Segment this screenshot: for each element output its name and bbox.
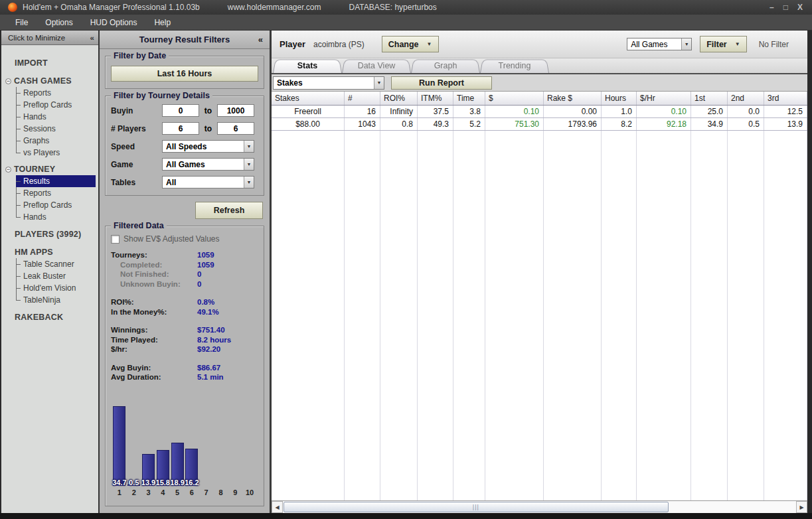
filter-panel-title: Tourney Result Filters	[139, 35, 230, 44]
cell-dollars-per-hour: 92.18	[637, 118, 691, 130]
sidebar-item-tourney-hands[interactable]: Hands	[16, 211, 96, 223]
tables-select[interactable]: All ▼	[162, 176, 254, 188]
chart-tick-label: 3	[141, 486, 156, 496]
col-header-count[interactable]: #	[345, 92, 380, 105]
stat-value: 1059	[197, 260, 258, 270]
menu-hud-options[interactable]: HUD Options	[82, 15, 146, 30]
chart-tick-label: 5	[170, 486, 185, 496]
results-table: Stakes # ROI% ITM% Time $ Rake $ Hours $…	[272, 92, 807, 500]
sidebar-item-holdem-vision[interactable]: Hold'em Vision	[16, 282, 96, 294]
stat-label: Completed:	[111, 260, 162, 270]
speed-label: Speed	[111, 142, 162, 151]
sidebar-item-cash-hands[interactable]: Hands	[16, 111, 96, 123]
date-range-button[interactable]: Last 16 Hours	[111, 66, 258, 82]
stat-label: Unknown Buyin:	[111, 279, 181, 289]
tab-graph[interactable]: Graph	[411, 58, 480, 73]
sidebar-item-hm-apps[interactable]: HM APPS	[1, 246, 98, 258]
sidebar-item-cash-graphs[interactable]: Graphs	[16, 135, 96, 147]
col-header-time[interactable]: Time	[453, 92, 485, 105]
menu-help[interactable]: Help	[145, 15, 179, 30]
chevron-down-icon[interactable]: ▼	[374, 77, 384, 89]
run-report-button[interactable]: Run Report	[391, 76, 492, 90]
menu-file[interactable]: File	[7, 15, 37, 30]
chart-tick-label: 4	[155, 486, 170, 496]
table-row[interactable]: $88.00 1043 0.8 49.3 5.2 751.30 1793.96 …	[272, 118, 807, 131]
refresh-button[interactable]: Refresh	[195, 202, 263, 219]
sidebar-item-tourney-results[interactable]: Results	[16, 175, 96, 187]
website-text: www.holdemmanager.com	[228, 3, 321, 12]
tab-data-view[interactable]: Data View	[342, 58, 411, 73]
maximize-button[interactable]: □	[783, 3, 788, 11]
sidebar-item-table-scanner[interactable]: Table Scanner	[16, 258, 96, 270]
sidebar-item-players[interactable]: PLAYERS (3992)	[1, 227, 98, 242]
collapse-panel-icon[interactable]: «	[258, 35, 263, 44]
sidebar-item-tourney-reports[interactable]: Reports	[16, 187, 96, 199]
scrollbar-thumb[interactable]: |||	[284, 502, 669, 512]
database-text: DATABASE: hyperturbos	[349, 3, 437, 12]
speed-select[interactable]: All Speeds ▼	[162, 140, 254, 153]
sidebar-item-rakeback[interactable]: RAKEBACK	[1, 310, 98, 325]
col-header-3rd[interactable]: 3rd	[764, 92, 807, 105]
col-header-stakes[interactable]: Stakes	[272, 92, 345, 105]
chart-tick-label: 8	[214, 486, 228, 496]
report-toolbar: Stakes ▼ Run Report	[272, 74, 807, 92]
tab-stats[interactable]: Stats	[273, 58, 342, 73]
filtered-data-group: Filtered Data Show EV$ Adjusted Values T…	[105, 226, 264, 506]
chevron-down-icon[interactable]: ▼	[244, 141, 254, 152]
scroll-right-arrow-icon[interactable]: ▶	[796, 501, 807, 513]
col-header-2nd[interactable]: 2nd	[728, 92, 764, 105]
sidebar-minimize-button[interactable]: Click to Minimize «	[1, 31, 98, 45]
sidebar-item-cash-games[interactable]: − CASH GAMES	[1, 74, 98, 87]
horizontal-scrollbar[interactable]: ◀ ||| ▶	[272, 500, 807, 513]
cell-stakes: $88.00	[272, 118, 345, 130]
game-select[interactable]: All Games ▼	[162, 158, 254, 171]
buyin-from-input[interactable]	[162, 104, 199, 117]
stat-label: ROI%:	[111, 297, 134, 307]
menu-options[interactable]: Options	[37, 15, 81, 30]
sidebar-item-tableninja[interactable]: TableNinja	[16, 294, 96, 306]
sidebar-item-import[interactable]: IMPORT	[1, 56, 98, 70]
scrollbar-grip-icon: |||	[473, 504, 479, 510]
col-header-roi[interactable]: ROI%	[380, 92, 418, 105]
buyin-to-input[interactable]	[217, 104, 254, 117]
chevron-down-icon[interactable]: ▼	[681, 38, 691, 50]
games-filter-select[interactable]: All Games ▼	[627, 38, 692, 50]
col-header-hours[interactable]: Hours	[602, 92, 637, 105]
players-from-input[interactable]	[162, 122, 199, 135]
chevron-down-icon[interactable]: ▼	[244, 159, 254, 170]
col-header-1st[interactable]: 1st	[691, 92, 728, 105]
chart-tick-label: 2	[127, 486, 141, 496]
sidebar-item-tourney[interactable]: − TOURNEY	[1, 163, 98, 175]
col-header-rake[interactable]: Rake $	[544, 92, 602, 105]
players-label: # Players	[111, 124, 162, 133]
table-row[interactable]: Freeroll 16 Infinity 37.5 3.8 0.10 0.00 …	[272, 106, 807, 118]
cell-time: 3.8	[453, 106, 485, 117]
collapse-tree-icon[interactable]: −	[5, 167, 11, 173]
sidebar-item-cash-reports[interactable]: Reports	[16, 87, 96, 99]
sidebar-item-leak-buster[interactable]: Leak Buster	[16, 270, 96, 282]
col-header-dollars[interactable]: $	[485, 92, 544, 105]
scrollbar-track[interactable]: |||	[283, 501, 796, 513]
player-label: Player	[280, 39, 305, 49]
col-header-dollars-per-hour[interactable]: $/Hr	[637, 92, 691, 105]
chart-bar-value-label: 13.9	[141, 479, 155, 486]
scroll-left-arrow-icon[interactable]: ◀	[272, 501, 283, 513]
sidebar-item-cash-preflop-cards[interactable]: Preflop Cards	[16, 99, 96, 111]
ev-adjusted-checkbox[interactable]	[111, 235, 120, 244]
change-player-button[interactable]: Change ▼	[382, 36, 439, 52]
tab-trending[interactable]: Trending	[480, 58, 549, 73]
report-type-select[interactable]: Stakes ▼	[273, 76, 384, 90]
cell-itm: 49.3	[418, 118, 453, 130]
app-window: Hold'em + Omaha Manager Professional 1.1…	[0, 0, 812, 519]
table-header-row: Stakes # ROI% ITM% Time $ Rake $ Hours $…	[272, 92, 807, 106]
sidebar-item-cash-sessions[interactable]: Sessions	[16, 123, 96, 135]
chevron-down-icon[interactable]: ▼	[244, 177, 254, 188]
filter-button[interactable]: Filter ▼	[700, 36, 746, 52]
minimize-button[interactable]: –	[770, 3, 774, 11]
close-button[interactable]: X	[797, 3, 803, 11]
sidebar-item-cash-vs-players[interactable]: vs Players	[16, 147, 96, 159]
sidebar-item-tourney-preflop-cards[interactable]: Preflop Cards	[16, 199, 96, 211]
col-header-itm[interactable]: ITM%	[418, 92, 453, 105]
players-to-input[interactable]	[217, 122, 254, 135]
collapse-tree-icon[interactable]: −	[5, 78, 11, 84]
